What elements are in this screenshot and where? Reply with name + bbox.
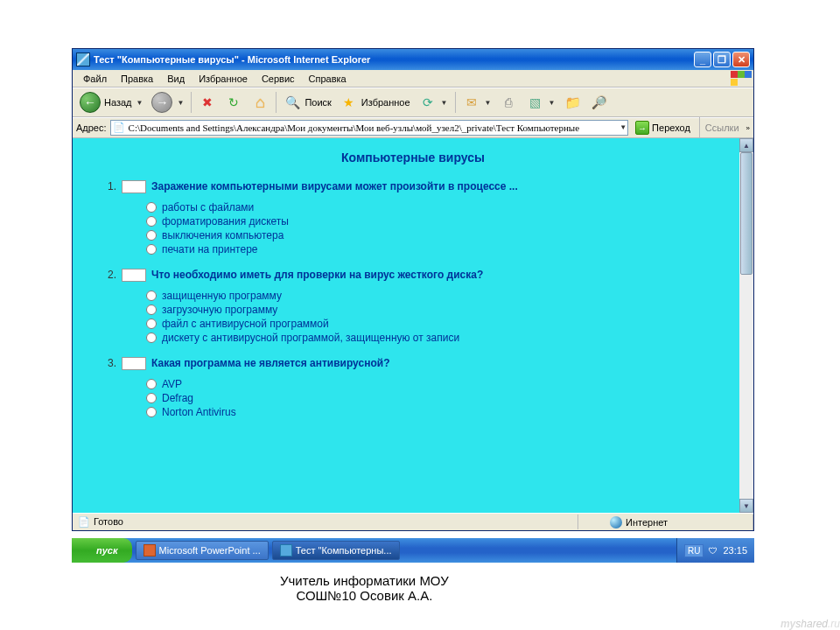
status-ready: 📄Готово [73,514,578,529]
history-button[interactable]: ⟳▼ [416,92,452,113]
chevron-right-icon[interactable]: » [746,124,750,132]
option-item: форматирования дискеты [146,214,727,228]
radio-input[interactable] [146,393,157,403]
address-input[interactable] [110,120,629,136]
slide-caption: Учитель информатики МОУ СОШ№10 Осовик А.… [280,573,449,603]
option-item: загрузочную программу [146,303,727,317]
mail-icon: ✉ [463,94,480,111]
radio-input[interactable] [146,379,157,389]
option-label: AVP [162,378,182,390]
folder-search-icon: 🔎 [590,94,607,111]
options-group: AVP Defrag Norton Antivirus [146,377,727,419]
question-number: 3. [99,357,116,370]
radio-input[interactable] [146,304,157,315]
radio-input[interactable] [146,230,157,241]
menu-edit[interactable]: Правка [114,72,160,86]
page-content: Компьютерные вирусы 1. Заражение компьют… [73,138,753,513]
go-button[interactable]: → Переход [632,120,694,136]
answer-box[interactable] [122,180,146,193]
watermark: mymysharedshared.ru [780,618,840,630]
caption-line2: СОШ№10 Осовик А.А. [280,588,449,603]
taskbar-item-powerpoint[interactable]: Microsoft PowerPoint ... [136,541,269,560]
browser-window: Тест "Компьютерные вирусы" - Microsoft I… [72,48,754,531]
quiz-body: Компьютерные вирусы 1. Заражение компьют… [73,138,753,444]
question-text: Заражение компьютерными вирусами может п… [151,180,518,193]
scroll-up-button[interactable]: ▲ [739,138,753,152]
option-label: загрузочную программу [162,304,277,316]
scroll-thumb[interactable] [740,152,752,275]
refresh-button[interactable]: ↻ [221,92,246,113]
refresh-icon: ↻ [225,94,242,111]
maximize-button[interactable]: ❐ [713,52,731,67]
globe-icon [610,516,622,528]
forward-arrow-icon: → [151,92,172,113]
radio-input[interactable] [146,244,157,255]
menu-help[interactable]: Справка [302,72,354,86]
related-button[interactable]: 🔎 [586,92,611,113]
go-arrow-icon: → [635,121,649,135]
clock[interactable]: 23:15 [723,545,747,556]
start-button[interactable]: пуск [72,538,132,563]
answer-box[interactable] [122,357,146,370]
discuss-button[interactable]: 📁 [560,92,584,113]
menu-file[interactable]: Файл [76,72,114,86]
back-button[interactable]: ← Назад ▼ [76,90,146,115]
print-button[interactable]: ⎙ [496,92,521,113]
window-buttons: _ ❐ ✕ [694,52,750,67]
option-item: защищенную программу [146,289,727,303]
options-group: работы с файлами форматирования дискеты … [146,200,727,256]
tray-icon[interactable]: 🛡 [709,546,718,556]
folder-icon: 📁 [564,94,581,111]
window-title: Тест "Компьютерные вирусы" - Microsoft I… [94,54,694,65]
option-label: выключения компьютера [162,229,284,242]
page-title: Компьютерные вирусы [99,150,727,164]
edit-button[interactable]: ▧▼ [522,92,558,113]
radio-input[interactable] [146,318,157,329]
menu-tools[interactable]: Сервис [255,72,302,86]
menu-view[interactable]: Вид [160,72,192,86]
status-zone: Интернет [578,514,753,530]
option-item: файл с антивирусной программой [146,317,727,331]
taskbar-item-ie[interactable]: Тест "Компьютерны... [272,541,400,560]
option-item: дискету с антивирусной программой, защищ… [146,331,727,345]
page-icon: 📄 [113,122,125,134]
search-label: Поиск [304,97,331,108]
chevron-down-icon[interactable]: ▼ [620,123,626,131]
option-label: защищенную программу [162,290,282,302]
favorites-button[interactable]: ★ Избранное [337,92,414,113]
radio-input[interactable] [146,216,157,227]
main-toolbar: ← Назад ▼ → ▼ ✖ ↻ ⌂ 🔍 Поиск ★ Избранное … [73,88,753,117]
question-number: 2. [99,269,116,282]
titlebar[interactable]: Тест "Компьютерные вирусы" - Microsoft I… [73,49,753,70]
question-text: Какая программа не является антивирусной… [151,357,389,370]
radio-input[interactable] [146,290,157,301]
taskbar: пуск Microsoft PowerPoint ... Тест "Комп… [72,538,754,563]
close-button[interactable]: ✕ [732,52,750,67]
chevron-down-icon: ▼ [548,99,555,107]
search-button[interactable]: 🔍 Поиск [280,92,334,113]
option-label: работы с файлами [162,201,254,214]
forward-button[interactable]: → ▼ [148,90,187,115]
radio-input[interactable] [146,407,157,417]
language-indicator[interactable]: RU [684,544,704,557]
option-item: AVP [146,377,727,391]
radio-input[interactable] [146,332,157,343]
options-group: защищенную программу загрузочную програм… [146,289,727,345]
radio-input[interactable] [146,202,157,213]
links-label[interactable]: Ссылки [705,122,739,133]
address-wrap: 📄 ▼ [110,120,629,136]
menu-favorites[interactable]: Избранное [192,72,255,86]
option-item: Defrag [146,391,727,405]
toolbar-separator [276,92,276,113]
scroll-down-button[interactable]: ▼ [739,499,753,513]
vertical-scrollbar[interactable]: ▲ ▼ [739,138,753,513]
mail-button[interactable]: ✉▼ [459,92,495,113]
favorites-label: Избранное [361,97,410,108]
question-row: 1. Заражение компьютерными вирусами може… [99,180,727,193]
ie-icon [76,52,90,66]
answer-box[interactable] [122,269,146,282]
option-label: Defrag [162,392,193,404]
stop-button[interactable]: ✖ [195,92,220,113]
minimize-button[interactable]: _ [694,52,711,67]
home-button[interactable]: ⌂ [248,92,272,113]
